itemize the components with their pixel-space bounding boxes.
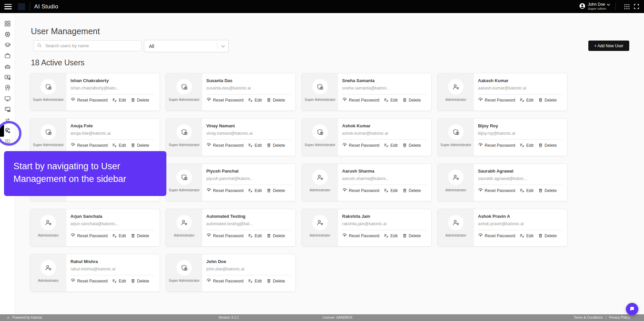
- edit-label: Edit: [255, 188, 262, 193]
- user-name: Aarush Sharma: [342, 169, 427, 174]
- sidebar-item-learning[interactable]: [0, 41, 15, 49]
- sidebar-item-user-management[interactable]: [0, 127, 15, 135]
- delete-label: Delete: [545, 234, 557, 238]
- sidebar-item-ai-models[interactable]: [0, 84, 15, 92]
- role-panel: Super Administrator: [166, 119, 202, 156]
- sidebar-item-settings-sliders[interactable]: [0, 116, 15, 124]
- edit-button[interactable]: Edit: [384, 188, 398, 193]
- apps-grid-icon[interactable]: [623, 3, 631, 10]
- privacy-link[interactable]: Privacy Policy: [609, 314, 630, 321]
- chat-launcher-button[interactable]: [626, 303, 638, 315]
- sidebar-item-media-pipeline[interactable]: [0, 73, 15, 81]
- edit-button[interactable]: Edit: [112, 233, 126, 238]
- edit-button[interactable]: Edit: [248, 188, 262, 193]
- reset-password-button[interactable]: Reset Password: [70, 278, 108, 283]
- delete-button[interactable]: Delete: [266, 278, 285, 283]
- sidebar-item-compute[interactable]: [0, 30, 15, 38]
- card-actions: Reset Password Edit Delete: [70, 143, 155, 148]
- card-body: Arjun Sanchala arjun.sanchala@katonic...…: [66, 209, 160, 246]
- role-panel: Super Administrator: [438, 119, 474, 156]
- delete-button[interactable]: Delete: [538, 98, 557, 103]
- edit-button[interactable]: Edit: [520, 188, 534, 193]
- reset-password-button[interactable]: Reset Password: [342, 143, 379, 148]
- delete-button[interactable]: Delete: [266, 233, 285, 238]
- sidebar-item-projects[interactable]: [0, 52, 15, 60]
- sidebar-item-dashboard[interactable]: [0, 19, 15, 27]
- reset-password-button[interactable]: Reset Password: [70, 98, 108, 103]
- edit-button[interactable]: Edit: [248, 98, 262, 103]
- sidebar-item-toolbox[interactable]: [0, 62, 15, 70]
- reset-password-button[interactable]: Reset Password: [206, 143, 244, 148]
- user-menu[interactable]: John Doe Super Admin: [579, 2, 610, 11]
- delete-button[interactable]: Delete: [402, 188, 421, 193]
- role-panel: Administrator: [302, 209, 338, 246]
- divider: [342, 185, 427, 185]
- delete-button[interactable]: Delete: [402, 233, 421, 238]
- reset-password-icon: [206, 98, 211, 103]
- edit-button[interactable]: Edit: [112, 278, 126, 283]
- delete-button[interactable]: Delete: [538, 188, 557, 193]
- delete-label: Delete: [273, 188, 285, 193]
- edit-button[interactable]: Edit: [384, 98, 398, 103]
- reset-password-button[interactable]: Reset Password: [478, 188, 515, 193]
- delete-button[interactable]: Delete: [538, 233, 557, 238]
- menu-icon[interactable]: [4, 4, 12, 9]
- edit-button[interactable]: Edit: [248, 278, 262, 283]
- delete-button[interactable]: Delete: [402, 143, 421, 148]
- divider: [30, 3, 30, 11]
- reset-password-button[interactable]: Reset Password: [478, 143, 515, 148]
- delete-button[interactable]: Delete: [130, 143, 149, 148]
- reset-password-button[interactable]: Reset Password: [478, 98, 515, 103]
- sidebar-item-deployments[interactable]: [0, 94, 15, 103]
- role-label: Super Administrator: [169, 188, 200, 192]
- user-card: Administrator Arjun Sanchala arjun.sanch…: [30, 209, 160, 247]
- reset-password-button[interactable]: Reset Password: [206, 188, 244, 193]
- reset-password-button[interactable]: Reset Password: [206, 233, 244, 238]
- edit-button[interactable]: Edit: [112, 98, 126, 103]
- delete-button[interactable]: Delete: [266, 188, 285, 193]
- edit-button[interactable]: Edit: [520, 233, 534, 238]
- sidebar-item-audit[interactable]: [0, 137, 15, 145]
- edit-button[interactable]: Edit: [248, 233, 262, 238]
- admin-icon: [45, 219, 52, 227]
- super-admin-icon: [452, 128, 460, 136]
- delete-button[interactable]: Delete: [402, 98, 421, 103]
- search-input[interactable]: [34, 40, 142, 51]
- reset-password-icon: [478, 98, 483, 103]
- super-admin-icon: [316, 128, 324, 136]
- delete-button[interactable]: Delete: [130, 233, 149, 238]
- add-new-user-button[interactable]: + Add New User: [588, 41, 629, 51]
- role-filter-select[interactable]: All: [144, 40, 229, 52]
- edit-button[interactable]: Edit: [112, 143, 126, 148]
- edit-button[interactable]: Edit: [520, 143, 534, 148]
- delete-button[interactable]: Delete: [538, 143, 557, 148]
- delete-icon: [130, 233, 136, 238]
- delete-button[interactable]: Delete: [130, 278, 149, 283]
- reset-password-button[interactable]: Reset Password: [206, 278, 244, 283]
- briefcase-icon: [4, 52, 11, 59]
- reset-password-button[interactable]: Reset Password: [478, 233, 515, 238]
- reset-password-button[interactable]: Reset Password: [342, 98, 379, 103]
- fullscreen-icon[interactable]: [633, 3, 640, 10]
- delete-label: Delete: [273, 279, 285, 283]
- reset-password-button[interactable]: Reset Password: [70, 143, 108, 148]
- user-card: Administrator Saurabh Agrawal saurabh.ag…: [437, 164, 568, 201]
- edit-button[interactable]: Edit: [520, 98, 534, 103]
- delete-button[interactable]: Delete: [130, 98, 149, 103]
- edit-button[interactable]: Edit: [248, 143, 262, 148]
- edit-label: Edit: [390, 188, 398, 193]
- sidebar-item-api-connect[interactable]: [0, 105, 15, 113]
- delete-icon: [266, 143, 271, 148]
- edit-button[interactable]: Edit: [384, 233, 398, 238]
- terms-link[interactable]: Terms & Conditions: [574, 314, 603, 321]
- reset-password-button[interactable]: Reset Password: [342, 233, 379, 238]
- delete-button[interactable]: Delete: [266, 143, 285, 148]
- reset-password-button[interactable]: Reset Password: [206, 98, 244, 103]
- edit-button[interactable]: Edit: [384, 143, 398, 148]
- user-name: Aakash Kumar: [478, 78, 562, 83]
- reset-password-label: Reset Password: [485, 234, 515, 238]
- reset-password-button[interactable]: Reset Password: [342, 188, 379, 193]
- reset-password-button[interactable]: Reset Password: [70, 233, 108, 238]
- delete-button[interactable]: Delete: [266, 98, 285, 103]
- edit-icon: [248, 188, 253, 193]
